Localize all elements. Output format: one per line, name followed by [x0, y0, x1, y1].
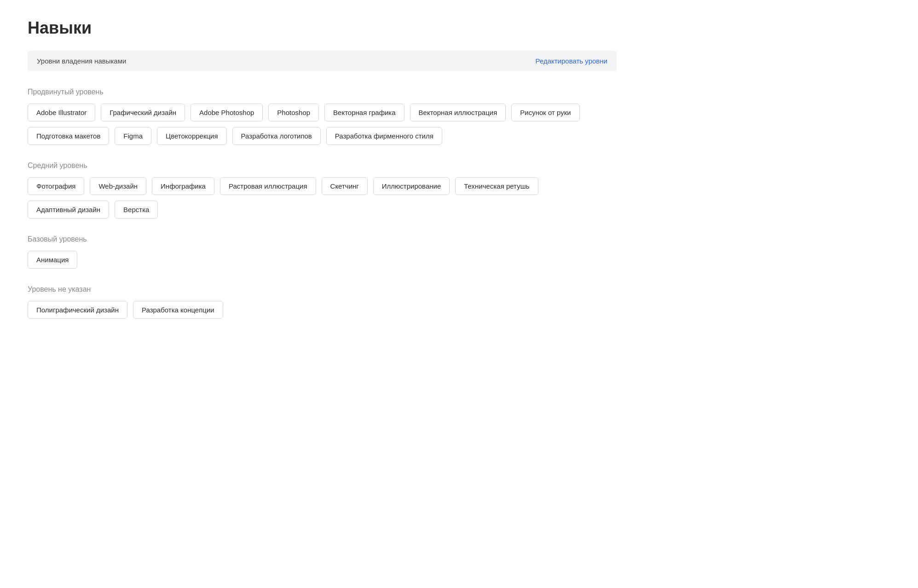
tag-advanced-2[interactable]: Adobe Photoshop: [191, 104, 263, 121]
tag-intermediate-3[interactable]: Растровая иллюстрация: [220, 177, 316, 195]
tags-container-intermediate: ФотографияWeb-дизайнИнфографикаРастровая…: [28, 177, 617, 219]
tags-container-advanced: Adobe IllustratorГрафический дизайнAdobe…: [28, 104, 617, 145]
tag-intermediate-7[interactable]: Адаптивный дизайн: [28, 201, 109, 219]
tags-container-unspecified: Полиграфический дизайнРазработка концепц…: [28, 301, 617, 319]
tag-advanced-7[interactable]: Подготовка макетов: [28, 127, 109, 145]
skill-group-intermediate: Средний уровеньФотографияWeb-дизайнИнфог…: [28, 161, 617, 219]
tag-unspecified-0[interactable]: Полиграфический дизайн: [28, 301, 127, 319]
tag-unspecified-1[interactable]: Разработка концепции: [133, 301, 223, 319]
tag-intermediate-5[interactable]: Иллюстрирование: [373, 177, 450, 195]
tag-basic-0[interactable]: Анимация: [28, 251, 77, 269]
tag-intermediate-6[interactable]: Техническая ретушь: [455, 177, 538, 195]
skill-group-title-unspecified: Уровень не указан: [28, 285, 617, 294]
tag-intermediate-1[interactable]: Web-дизайн: [90, 177, 146, 195]
page-title: Навыки: [28, 18, 617, 38]
skill-group-basic: Базовый уровеньАнимация: [28, 235, 617, 269]
skills-groups: Продвинутый уровеньAdobe IllustratorГраф…: [28, 88, 617, 319]
tag-intermediate-8[interactable]: Верстка: [115, 201, 158, 219]
tag-advanced-10[interactable]: Разработка логотипов: [232, 127, 321, 145]
skill-levels-label: Уровни владения навыками: [37, 57, 126, 65]
tag-advanced-5[interactable]: Векторная иллюстрация: [410, 104, 506, 121]
tag-intermediate-0[interactable]: Фотография: [28, 177, 84, 195]
tag-advanced-11[interactable]: Разработка фирменного стиля: [326, 127, 442, 145]
tag-intermediate-2[interactable]: Инфографика: [152, 177, 214, 195]
tag-advanced-9[interactable]: Цветокоррекция: [157, 127, 227, 145]
edit-levels-link[interactable]: Редактировать уровни: [536, 57, 607, 65]
tag-advanced-4[interactable]: Векторная графика: [324, 104, 404, 121]
tags-container-basic: Анимация: [28, 251, 617, 269]
tag-intermediate-4[interactable]: Скетчинг: [322, 177, 368, 195]
tag-advanced-3[interactable]: Photoshop: [268, 104, 319, 121]
skill-group-title-basic: Базовый уровень: [28, 235, 617, 243]
tag-advanced-1[interactable]: Графический дизайн: [101, 104, 185, 121]
tag-advanced-0[interactable]: Adobe Illustrator: [28, 104, 95, 121]
tag-advanced-8[interactable]: Figma: [115, 127, 151, 145]
skill-levels-bar: Уровни владения навыками Редактировать у…: [28, 51, 617, 71]
skill-group-title-intermediate: Средний уровень: [28, 161, 617, 170]
skill-group-unspecified: Уровень не указанПолиграфический дизайнР…: [28, 285, 617, 319]
skill-group-title-advanced: Продвинутый уровень: [28, 88, 617, 96]
skill-group-advanced: Продвинутый уровеньAdobe IllustratorГраф…: [28, 88, 617, 145]
tag-advanced-6[interactable]: Рисунок от руки: [511, 104, 579, 121]
